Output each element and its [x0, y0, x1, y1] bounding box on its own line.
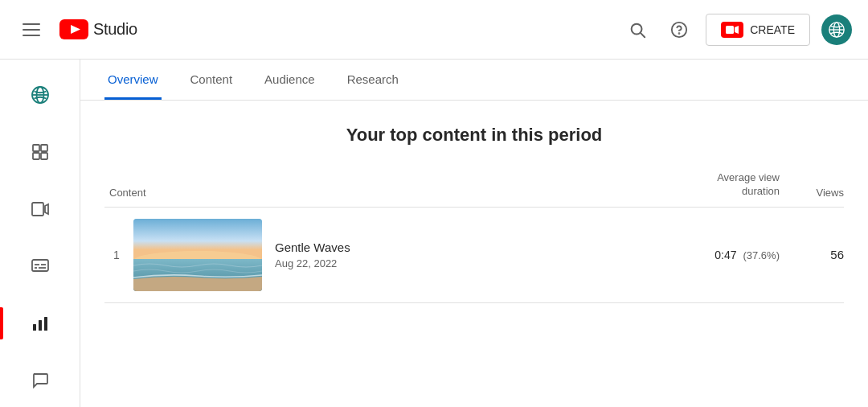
row-avg-time: 0:47 [714, 249, 736, 261]
svg-line-3 [641, 33, 645, 37]
col-avg-header: Average viewduration [635, 171, 780, 199]
create-video-icon [726, 25, 739, 35]
studio-wordmark: Studio [93, 20, 137, 39]
logo-area: Studio [59, 19, 137, 39]
col-content-header: Content [104, 187, 635, 199]
sidebar-item-channel[interactable] [8, 68, 72, 121]
row-info: Gentle Waves Aug 22, 2022 [275, 240, 635, 269]
create-label: CREATE [750, 23, 795, 36]
row-views: 56 [780, 248, 844, 261]
svg-rect-18 [32, 203, 43, 216]
youtube-logo [59, 19, 88, 39]
tab-content[interactable]: Content [187, 60, 236, 100]
menu-button[interactable] [16, 17, 47, 43]
header-right: CREATE [622, 14, 852, 46]
sidebar-item-dashboard[interactable] [8, 125, 72, 179]
table-header: Content Average viewduration Views [104, 171, 844, 208]
tab-audience[interactable]: Audience [261, 60, 318, 100]
svg-rect-14 [33, 145, 39, 151]
help-button[interactable] [664, 14, 694, 45]
search-icon [628, 21, 646, 39]
svg-marker-19 [45, 204, 48, 214]
svg-rect-26 [39, 320, 42, 331]
sidebar-item-subtitles[interactable] [8, 239, 72, 293]
tab-overview[interactable]: Overview [104, 60, 162, 100]
section-title: Your top content in this period [104, 125, 844, 146]
globe-icon [31, 85, 50, 105]
svg-point-5 [679, 33, 680, 34]
svg-rect-20 [32, 260, 48, 271]
main-layout: Overview Content Audience Research Your … [0, 60, 868, 407]
tab-research[interactable]: Research [344, 60, 402, 100]
create-icon-box [721, 22, 743, 38]
subtitles-icon [31, 257, 50, 276]
thumbnail-image [133, 219, 262, 291]
page-content: Your top content in this period Content … [80, 101, 868, 319]
col-views-header: Views [780, 187, 844, 199]
create-button[interactable]: CREATE [706, 14, 810, 46]
row-title: Gentle Waves [275, 240, 635, 254]
svg-marker-7 [735, 26, 739, 34]
row-thumbnail [133, 219, 262, 291]
sidebar-item-comments[interactable] [8, 353, 72, 407]
table-row[interactable]: 1 [104, 208, 844, 303]
sidebar-item-content[interactable] [8, 182, 72, 236]
video-icon [31, 199, 50, 219]
tabs: Overview Content Audience Research [80, 60, 868, 101]
row-avg-pct: (37.6%) [743, 249, 780, 261]
help-icon [670, 21, 688, 39]
svg-rect-6 [726, 26, 734, 34]
avatar-globe-icon [828, 21, 845, 39]
svg-rect-27 [44, 317, 47, 331]
header: Studio CREATE [0, 0, 868, 60]
svg-rect-25 [33, 324, 36, 331]
content-area: Overview Content Audience Research Your … [80, 60, 868, 407]
row-avg-duration: 0:47 (37.6%) [635, 249, 780, 261]
row-rank: 1 [104, 249, 129, 261]
sidebar-item-analytics[interactable] [8, 296, 72, 350]
svg-rect-17 [41, 153, 47, 159]
comments-icon [31, 371, 50, 390]
search-button[interactable] [622, 14, 653, 45]
dashboard-icon [31, 142, 50, 162]
analytics-icon [31, 314, 50, 333]
svg-rect-15 [41, 145, 47, 151]
row-date: Aug 22, 2022 [275, 257, 635, 269]
svg-rect-16 [33, 153, 39, 159]
avatar[interactable] [821, 14, 852, 45]
header-left: Studio [16, 17, 137, 43]
sidebar [0, 60, 80, 407]
